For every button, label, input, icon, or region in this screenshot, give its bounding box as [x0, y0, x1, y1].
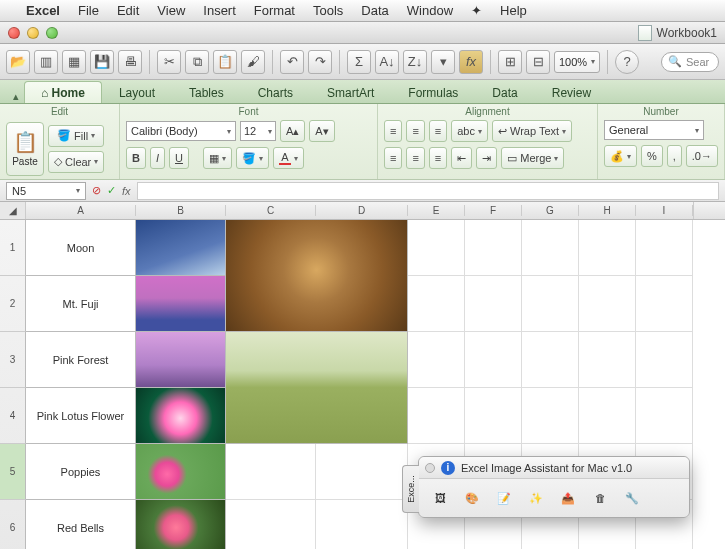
column-header-B[interactable]: B [136, 205, 226, 216]
row-header-3[interactable]: 3 [0, 332, 26, 388]
search-input[interactable]: 🔍Sear [661, 52, 719, 72]
align-middle-button[interactable]: ≡ [406, 120, 424, 142]
italic-button[interactable]: I [150, 147, 165, 169]
row-header-1[interactable]: 1 [0, 220, 26, 276]
sort-az-icon[interactable]: A↓ [375, 50, 399, 74]
row-header-5[interactable]: 5 [0, 444, 26, 500]
tab-layout[interactable]: Layout [102, 81, 172, 103]
cell[interactable] [226, 500, 316, 549]
thumbnail-cell[interactable] [136, 276, 226, 332]
row-header-4[interactable]: 4 [0, 388, 26, 444]
close-window-button[interactable] [8, 27, 20, 39]
undo-icon[interactable]: ↶ [280, 50, 304, 74]
fill-button[interactable]: 🪣Fill▾ [48, 125, 104, 147]
menu-tools[interactable]: Tools [313, 3, 343, 18]
script-menu-icon[interactable]: ✦ [471, 3, 482, 18]
paste-button[interactable]: 📋 Paste [6, 122, 44, 176]
label-cell[interactable]: Moon [26, 220, 136, 276]
cancel-icon[interactable]: ⊘ [92, 184, 101, 197]
cell[interactable] [408, 388, 465, 444]
bold-button[interactable]: B [126, 147, 146, 169]
large-image-cell[interactable] [226, 332, 408, 444]
column-header-A[interactable]: A [26, 205, 136, 216]
fx-label[interactable]: fx [122, 185, 131, 197]
column-header-D[interactable]: D [316, 205, 408, 216]
menu-insert[interactable]: Insert [203, 3, 236, 18]
cell[interactable] [579, 332, 636, 388]
label-cell[interactable]: Pink Lotus Flower [26, 388, 136, 444]
tab-charts[interactable]: Charts [241, 81, 310, 103]
menu-data[interactable]: Data [361, 3, 388, 18]
sort-za-icon[interactable]: Z↓ [403, 50, 427, 74]
number-format-select[interactable]: General▾ [604, 120, 704, 140]
minimize-window-button[interactable] [27, 27, 39, 39]
align-bottom-button[interactable]: ≡ [429, 120, 447, 142]
orientation-button[interactable]: abc▾ [451, 120, 488, 142]
increase-decimal-button[interactable]: .0→ [686, 145, 718, 167]
color-image-icon[interactable]: 🎨 [461, 487, 483, 509]
fx-icon[interactable]: fx [459, 50, 483, 74]
print-icon[interactable]: 🖶 [118, 50, 142, 74]
cell[interactable] [316, 444, 408, 500]
thumbnail-cell[interactable] [136, 332, 226, 388]
tab-tables[interactable]: Tables [172, 81, 241, 103]
cell[interactable] [579, 220, 636, 276]
grow-font-button[interactable]: A▴ [280, 120, 305, 142]
insert-image-icon[interactable]: 🖼 [429, 487, 451, 509]
tab-home[interactable]: ⌂ Home [24, 81, 102, 103]
new-sheet-icon[interactable]: ▦ [62, 50, 86, 74]
formula-input[interactable] [137, 182, 719, 200]
settings-icon[interactable]: 🔧 [621, 487, 643, 509]
app-menu[interactable]: Excel [26, 3, 60, 18]
tab-review[interactable]: Review [535, 81, 608, 103]
cell[interactable] [408, 332, 465, 388]
palette-close-button[interactable] [425, 463, 435, 473]
menu-file[interactable]: File [78, 3, 99, 18]
cell[interactable] [465, 388, 522, 444]
menu-edit[interactable]: Edit [117, 3, 139, 18]
tab-formulas[interactable]: Formulas [391, 81, 475, 103]
copy-icon[interactable]: ⧉ [185, 50, 209, 74]
label-cell[interactable]: Red Bells [26, 500, 136, 549]
cell[interactable] [579, 388, 636, 444]
cut-icon[interactable]: ✂ [157, 50, 181, 74]
borders-button[interactable]: ▦▾ [203, 147, 232, 169]
cell[interactable] [465, 276, 522, 332]
thumbnail-cell[interactable] [136, 220, 226, 276]
fill-color-button[interactable]: 🪣▾ [236, 147, 269, 169]
column-header-C[interactable]: C [226, 205, 316, 216]
thumbnail-cell[interactable] [136, 388, 226, 444]
align-top-button[interactable]: ≡ [384, 120, 402, 142]
help-icon[interactable]: ? [615, 50, 639, 74]
image-assistant-palette[interactable]: Exce... i Excel Image Assistant for Mac … [418, 456, 690, 518]
decrease-indent-button[interactable]: ⇤ [451, 147, 472, 169]
collapse-ribbon-button[interactable]: ▴ [8, 90, 24, 103]
zoom-window-button[interactable] [46, 27, 58, 39]
wrap-text-button[interactable]: ↩Wrap Text▾ [492, 120, 572, 142]
menu-format[interactable]: Format [254, 3, 295, 18]
palette-sidetab[interactable]: Exce... [402, 465, 419, 513]
paste-icon[interactable]: 📋 [213, 50, 237, 74]
cell[interactable] [408, 220, 465, 276]
comma-button[interactable]: , [667, 145, 682, 167]
sparkle-icon[interactable]: ✨ [525, 487, 547, 509]
align-center-button[interactable]: ≡ [406, 147, 424, 169]
save-icon[interactable]: 💾 [90, 50, 114, 74]
menu-help[interactable]: Help [500, 3, 527, 18]
cell[interactable] [465, 332, 522, 388]
cell[interactable] [636, 276, 693, 332]
column-header-I[interactable]: I [636, 205, 693, 216]
select-all-corner[interactable]: ◢ [0, 202, 26, 219]
row-header-2[interactable]: 2 [0, 276, 26, 332]
cell[interactable] [408, 276, 465, 332]
export-icon[interactable]: 📤 [557, 487, 579, 509]
cell[interactable] [636, 388, 693, 444]
shrink-font-button[interactable]: A▾ [309, 120, 334, 142]
percent-button[interactable]: % [641, 145, 663, 167]
large-image-cell[interactable] [226, 220, 408, 332]
cell[interactable] [636, 332, 693, 388]
tab-data[interactable]: Data [475, 81, 534, 103]
show-hide-icon[interactable]: ⊞ [498, 50, 522, 74]
note-icon[interactable]: 📝 [493, 487, 515, 509]
cell[interactable] [522, 276, 579, 332]
